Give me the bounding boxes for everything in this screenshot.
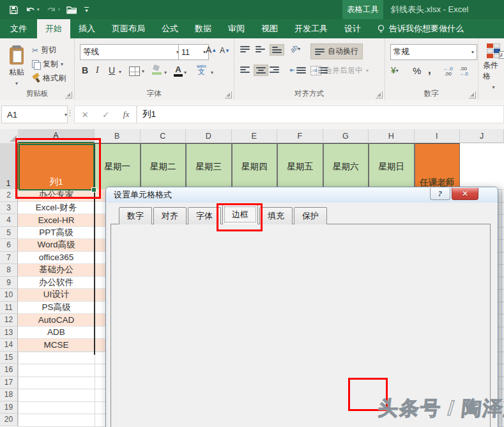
merge-center-button[interactable]: 合并后居中 ▾ [310, 65, 369, 76]
phonetic-button[interactable]: wén 文 [197, 63, 206, 75]
cancel-icon[interactable]: ✕ [82, 110, 89, 120]
cell-sliver[interactable] [95, 202, 105, 215]
row-header-5[interactable]: 5 [0, 227, 18, 240]
week-cell-星期六[interactable]: 星期六 [323, 143, 369, 190]
enter-icon[interactable]: ✓ [102, 110, 109, 120]
cell-sliver[interactable] [95, 327, 105, 339]
font-dialog-launcher[interactable] [225, 91, 232, 98]
undo-icon[interactable]: ▾ [25, 5, 40, 15]
align-center-button[interactable] [254, 65, 268, 76]
cell-sliver[interactable] [95, 227, 105, 240]
cell-sliver[interactable] [95, 277, 105, 290]
number-format-combo[interactable]: 常规 ▾ [390, 44, 477, 60]
dialog-close-button[interactable]: ✕ [452, 188, 478, 200]
row-header-15[interactable]: 15 [0, 352, 18, 364]
row-header-3[interactable]: 3 [0, 202, 18, 215]
column-header-E[interactable]: E [232, 129, 278, 143]
item-cell-Word高级[interactable]: Word高级 [18, 239, 95, 252]
font-color-dropdown-icon[interactable]: ▾ [184, 70, 187, 75]
ribbon-tab-文件[interactable]: 文件 [0, 19, 37, 38]
ribbon-tab-审阅[interactable]: 审阅 [220, 19, 253, 38]
ribbon-tab-页面布局[interactable]: 页面布局 [103, 19, 153, 38]
item-cell-office365[interactable]: office365 [18, 252, 95, 265]
cell-sliver[interactable] [95, 289, 105, 302]
number-format-dropdown-icon[interactable]: ▾ [471, 49, 474, 55]
italic-button[interactable]: I [96, 65, 99, 75]
row-header-16[interactable]: 16 [0, 364, 18, 377]
number-dialog-launcher[interactable] [469, 91, 476, 98]
copy-button[interactable]: 复制 ▾ [32, 59, 63, 70]
ribbon-tab-开发工具[interactable]: 开发工具 [286, 19, 336, 38]
ribbon-tab-插入[interactable]: 插入 [70, 19, 103, 38]
week-cell-星期三[interactable]: 星期三 [186, 143, 232, 190]
conditional-formatting-dropdown-icon[interactable]: ▾ [492, 84, 494, 90]
item-cell-基础办公[interactable]: 基础办公 [18, 264, 95, 277]
accounting-format-button[interactable]: ¥ ▾ [391, 65, 399, 75]
open-icon[interactable] [66, 5, 78, 15]
wrap-text-button[interactable]: 自动换行 [310, 43, 363, 59]
increase-decimal-button[interactable]: ←.0 .00 [443, 66, 453, 77]
align-bottom-button[interactable] [270, 44, 284, 56]
row-header-13[interactable]: 13 [0, 327, 18, 339]
underline-dropdown-icon[interactable]: ▾ [119, 69, 121, 75]
decrease-decimal-button[interactable]: .00 →.0 [459, 66, 468, 77]
ribbon-tab-数据[interactable]: 数据 [187, 19, 220, 38]
orientation-button[interactable]: ab ▾ [290, 45, 300, 52]
clipboard-dialog-launcher[interactable] [65, 91, 72, 98]
font-size-combo[interactable]: 11 ▾ [178, 44, 209, 60]
insert-function-icon[interactable]: fx [123, 109, 129, 120]
fill-color-button[interactable] [152, 65, 162, 75]
column-header-B[interactable]: B [95, 129, 141, 143]
cell-i1[interactable]: 任课老师 [415, 143, 461, 190]
week-cell-星期日[interactable]: 星期日 [369, 143, 415, 190]
row-header-6[interactable]: 6 [0, 239, 18, 252]
row-header-20[interactable]: 20 [0, 414, 18, 426]
row-header-19[interactable]: 19 [0, 401, 18, 414]
item-cell-AutoCAD[interactable]: AutoCAD [18, 314, 95, 327]
dialog-tab-数字[interactable]: 数字 [119, 207, 152, 224]
week-cell-星期二[interactable]: 星期二 [141, 143, 187, 190]
undo-dropdown-icon[interactable]: ▾ [37, 7, 40, 12]
row-header-9[interactable]: 9 [0, 277, 18, 290]
row-header-4[interactable]: 4 [0, 214, 18, 227]
align-right-button[interactable] [270, 66, 279, 73]
cell-sliver[interactable] [95, 252, 105, 265]
ribbon-tab-开始[interactable]: 开始 [37, 19, 70, 38]
formula-input[interactable]: 列1 [137, 105, 504, 123]
borders-dropdown-icon[interactable]: ▾ [142, 68, 144, 74]
tell-me-box[interactable]: 告诉我你想要做什么 [369, 19, 464, 38]
merge-center-dropdown-icon[interactable]: ▾ [366, 68, 369, 74]
paste-button[interactable]: 粘贴 ▾ [5, 43, 28, 89]
grow-font-button[interactable]: A▲ [206, 45, 217, 55]
borders-button[interactable]: ▾ [129, 66, 144, 76]
week-cell-星期四[interactable]: 星期四 [232, 143, 278, 190]
item-cell-PS高级[interactable]: PS高级 [18, 302, 95, 314]
font-color-button[interactable]: A [174, 65, 183, 77]
dialog-tab-填充[interactable]: 填充 [259, 207, 293, 224]
cell-sliver[interactable] [95, 302, 105, 314]
item-cell-MCSE[interactable]: MCSE [18, 339, 95, 352]
decrease-indent-button[interactable]: ⇤ [290, 66, 306, 74]
dialog-tab-保护[interactable]: 保护 [294, 207, 327, 224]
cut-button[interactable]: ✂ 剪切 [32, 45, 56, 56]
shrink-font-button[interactable]: A▼ [220, 46, 230, 55]
row-header-12[interactable]: 12 [0, 314, 18, 327]
item-cell-Excel-财务[interactable]: Excel-财务 [18, 202, 95, 215]
dialog-tab-对齐[interactable]: 对齐 [153, 207, 187, 224]
name-box[interactable]: A1 ▾ [1, 105, 68, 123]
week-cell-星期一[interactable]: 星期一 [95, 143, 141, 190]
row-header-10[interactable]: 10 [0, 289, 18, 302]
row-header-11[interactable]: 11 [0, 302, 18, 314]
column-header-C[interactable]: C [141, 129, 187, 143]
underline-button[interactable]: U [109, 65, 115, 75]
column-header-F[interactable]: F [277, 129, 323, 143]
fill-color-dropdown-icon[interactable]: ▾ [164, 70, 167, 75]
column-header-D[interactable]: D [186, 129, 232, 143]
format-painter-button[interactable]: 格式刷 [32, 73, 66, 84]
item-cell-Excel-HR[interactable]: Excel-HR [18, 214, 95, 227]
customize-quick-access-icon[interactable]: ▾ [84, 7, 89, 13]
align-middle-button[interactable] [256, 46, 265, 52]
cell-sliver[interactable] [95, 314, 105, 327]
copy-dropdown-icon[interactable]: ▾ [61, 61, 63, 67]
row-header-17[interactable]: 17 [0, 377, 18, 389]
